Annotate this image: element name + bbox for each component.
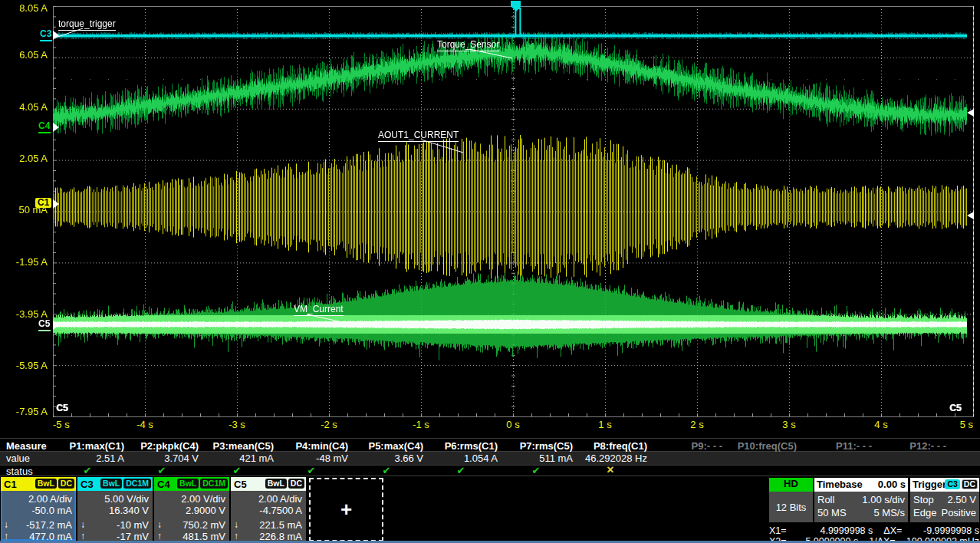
trigger-source-badge: C3 — [945, 479, 959, 489]
c1-scale: 2.00 A/div — [28, 493, 72, 505]
c4-bwl-badge: BwL — [177, 479, 199, 489]
measure-p8-header[interactable]: P8:freq(C1) — [574, 440, 647, 452]
c3-scale: 5.00 V/div — [104, 493, 149, 505]
c5-bwl-badge: BwL — [265, 479, 287, 489]
measure-p4-value: -48 mV — [275, 452, 348, 464]
hd-title: HD — [769, 478, 813, 492]
measure-p5-header[interactable]: P5:max(C4) — [350, 440, 423, 452]
timebase-box[interactable]: Timebase 0.00 s Roll 1.00 s/div 50 MS 5 … — [814, 478, 908, 522]
oscilloscope-screen: 8.05 A 6.05 A 4.05 A 2.05 A 50 mA -1.95 … — [0, 0, 980, 543]
add-trace-box[interactable]: + — [309, 478, 383, 541]
c5-offset-marker[interactable]: C5 — [38, 319, 51, 331]
trace-tag-torque-trigger[interactable]: torque_trigger — [58, 18, 116, 31]
value-row-title: value — [6, 452, 30, 464]
trigger-title: Trigger — [913, 479, 946, 490]
measure-p11-header[interactable]: P11:- - - — [798, 440, 872, 452]
c4-id: C4 — [157, 479, 170, 490]
measure-p12-header[interactable]: P12:- - - — [873, 440, 946, 452]
trigger-header: Trigger C3 DC — [910, 478, 979, 492]
trigger-mode: Stop — [913, 494, 934, 505]
timebase-mode: Roll — [817, 494, 834, 505]
measure-p6-status-icon: ✔ — [424, 465, 498, 476]
channel-box-c1[interactable]: C1 BwL DC 2.00 A/div -50.0 mA ↓ -517.2 m… — [1, 477, 76, 541]
measure-p10-header[interactable]: P10:freq(C5) — [723, 440, 797, 452]
y-axis-label: -1.95 A — [0, 256, 48, 268]
x-axis-label: -4 s — [136, 419, 153, 430]
trigger-type: Edge — [913, 507, 936, 518]
waveform-plot: 8.05 A 6.05 A 4.05 A 2.05 A 50 mA -1.95 … — [0, 0, 980, 434]
measure-p5-status-icon: ✔ — [350, 465, 423, 476]
y-axis-label: 8.05 A — [0, 2, 48, 14]
measure-p7-header[interactable]: P7:rms(C5) — [499, 440, 573, 452]
y-axis-label: 2.05 A — [0, 153, 48, 164]
trigger-level: 2.50 V — [947, 494, 976, 505]
y-axis-label: 6.05 A — [0, 49, 48, 61]
c3-id: C3 — [81, 479, 94, 490]
c3-offset-marker[interactable]: C3 — [40, 29, 52, 41]
y-axis-label: -7.95 A — [0, 406, 48, 417]
measure-p6-value: 1.054 A — [424, 452, 498, 464]
c3-marker-dash — [40, 40, 52, 41]
timebase-rate: 5 MS/s — [874, 507, 905, 518]
measure-p9-header[interactable]: P9:- - - — [649, 440, 722, 452]
min-arrow-icon: ↓ — [157, 519, 162, 530]
measure-p4-header[interactable]: P4:min(C4) — [275, 440, 348, 452]
c3-marker-label: C3 — [40, 28, 51, 39]
c5-header: C5 BwL DC — [231, 477, 306, 491]
grid-corner-trace-label: C5 — [949, 403, 961, 413]
measure-p1-header[interactable]: P1:max(C1) — [51, 440, 124, 452]
measure-p7-status-icon: ✔ — [499, 465, 573, 476]
trigger-coupling-badge: DC — [962, 479, 978, 489]
c4-min: 750.2 mV — [183, 519, 225, 531]
measure-p2-header[interactable]: P2:pkpk(C4) — [125, 440, 199, 452]
timebase-samples: 50 MS — [817, 507, 847, 518]
c4-offset-marker[interactable]: C4 — [38, 121, 51, 133]
timebase-header: Timebase 0.00 s — [814, 478, 908, 492]
x-axis-label: 2 s — [690, 419, 703, 430]
dx-label: ΔX= — [873, 525, 923, 536]
x-axis-label: 5 s — [960, 419, 973, 430]
max-arrow-icon: ↑ — [4, 531, 8, 541]
trigger-box[interactable]: Trigger C3 DC Stop 2.50 V Edge Positive — [910, 478, 979, 522]
hd-box[interactable]: HD 12 Bits — [769, 478, 813, 522]
c4-marker-dash — [38, 132, 51, 133]
c5-offset: -4.7500 A — [259, 505, 302, 516]
measure-p3-status-icon: ✔ — [200, 465, 274, 476]
trace-tag-aout1-current[interactable]: AOUT1_CURRENT — [378, 130, 459, 142]
dx-value: -9.9999998 s — [923, 525, 979, 536]
y-axis-label: -5.95 A — [0, 360, 48, 371]
y-axis-label: 4.05 A — [0, 101, 48, 113]
measure-p6-header[interactable]: P6:rms(C1) — [424, 440, 498, 452]
x-axis-label: 3 s — [782, 419, 795, 430]
c1-marker-label: C1 — [38, 197, 49, 208]
x1-value: 4.9999998 s — [797, 525, 873, 536]
timebase-title: Timebase — [817, 479, 863, 490]
c5-id: C5 — [234, 479, 247, 490]
c1-offset-marker[interactable]: C1 — [35, 198, 51, 208]
grid-corner-trace-label: C5 — [56, 403, 67, 413]
c3-bwl-badge: BwL — [100, 479, 122, 489]
min-arrow-icon: ↓ — [81, 519, 85, 530]
c1-offset: -50.0 mA — [31, 505, 72, 516]
x-axis-label: 0 s — [506, 419, 519, 430]
timebase-per-div: 1.00 s/div — [862, 494, 905, 505]
c4-coupling-badge: DC1M — [200, 479, 228, 489]
x-axis-label: -2 s — [321, 419, 337, 430]
x-axis-label: -1 s — [413, 419, 429, 430]
trace-tag-vm-current[interactable]: VM_Current — [294, 304, 344, 316]
waveform-grid[interactable] — [0, 0, 980, 418]
channel-box-c5[interactable]: C5 BwL DC 2.00 A/div -4.7500 A ↓ 221.5 m… — [231, 477, 306, 541]
measure-p3-header[interactable]: P3:mean(C5) — [200, 440, 274, 452]
channel-box-c4[interactable]: C4 BwL DC1M 2.00 V/div 2.9000 V ↓ 750.2 … — [154, 477, 229, 541]
min-arrow-icon: ↓ — [234, 519, 238, 530]
channel-box-c3[interactable]: C3 BwL DC1M 5.00 V/div 16.340 V ↓ -10 mV… — [77, 477, 153, 541]
x-axis-label: -5 s — [53, 419, 70, 430]
trace-tag-torque-sensor[interactable]: Torque_Sensor — [437, 39, 499, 51]
c4-offset: 2.9000 V — [186, 505, 225, 516]
measure-row-title: Measure — [6, 440, 47, 452]
measure-p2-value: 3.704 V — [125, 452, 199, 464]
c3-offset: 16.340 V — [109, 505, 149, 516]
measure-p7-value: 511 mA — [499, 452, 573, 464]
c5-marker-dash — [38, 330, 51, 331]
x-axis-label: 1 s — [598, 419, 611, 430]
